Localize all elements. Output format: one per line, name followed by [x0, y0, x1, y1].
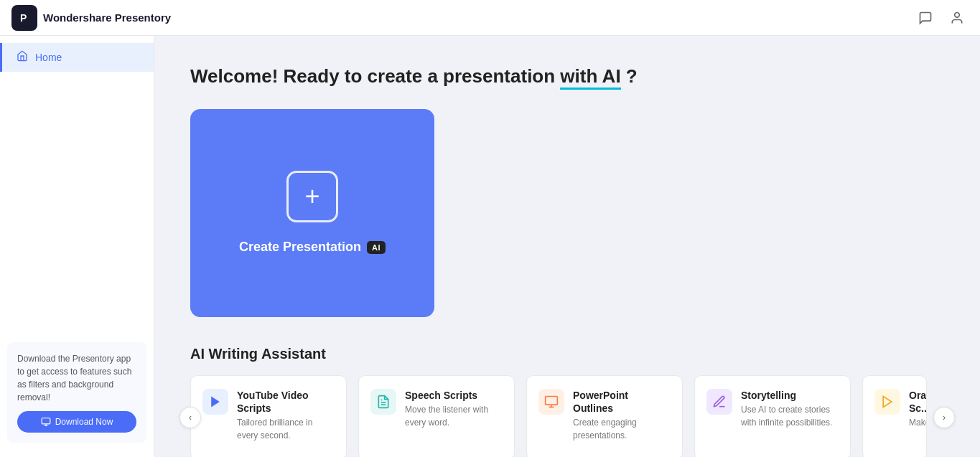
- card-oral-text: Oral Sc... Make...: [909, 389, 927, 429]
- card-speech-desc: Move the listener with every word.: [405, 403, 503, 429]
- create-presentation-card[interactable]: + Create Presentation AI: [190, 109, 434, 317]
- ai-writing-section: AI Writing Assistant ‹: [190, 346, 944, 457]
- title-highlight: with AI: [560, 65, 620, 90]
- svg-rect-9: [546, 396, 558, 405]
- card-storytelling-icon-wrap: [706, 389, 732, 415]
- download-button[interactable]: Download Now: [17, 411, 136, 433]
- svg-point-2: [955, 12, 960, 17]
- svg-rect-3: [42, 418, 50, 424]
- card-speech-icon-wrap: [370, 389, 396, 415]
- chat-button[interactable]: [914, 6, 937, 29]
- download-promo: Download the Presentory app to get acces…: [7, 342, 146, 443]
- sidebar-item-home-label: Home: [35, 52, 62, 63]
- card-powerpoint[interactable]: PowerPoint Outlines Create engaging pres…: [526, 375, 683, 457]
- download-promo-text: Download the Presentory app to get acces…: [17, 354, 131, 402]
- nav-arrow-left[interactable]: ‹: [179, 407, 201, 428]
- title-end: ?: [621, 65, 638, 87]
- create-label-text: Create Presentation: [239, 240, 361, 255]
- card-youtube-text: YouTube Video Scripts Tailored brillianc…: [237, 389, 335, 442]
- card-speech[interactable]: Speech Scripts Move the listener with ev…: [358, 375, 515, 457]
- card-youtube-desc: Tailored brilliance in every second.: [237, 416, 335, 442]
- create-label: Create Presentation AI: [239, 240, 386, 255]
- svg-text:P: P: [20, 12, 27, 24]
- section-title: AI Writing Assistant: [190, 346, 944, 362]
- app-name: Wondershare Presentory: [43, 11, 171, 24]
- card-oral-title: Oral Sc...: [909, 389, 927, 415]
- card-youtube-header: YouTube Video Scripts Tailored brillianc…: [202, 389, 335, 442]
- card-storytelling[interactable]: Storytelling Use AI to create stories wi…: [694, 375, 851, 457]
- svg-marker-6: [211, 396, 220, 407]
- card-powerpoint-icon-wrap: [538, 389, 564, 415]
- card-powerpoint-desc: Create engaging presentations.: [573, 416, 671, 442]
- card-oral-icon-wrap: [874, 389, 900, 415]
- card-youtube[interactable]: YouTube Video Scripts Tailored brillianc…: [190, 375, 347, 457]
- main-layout: Home Download the Presentory app to get …: [0, 36, 980, 457]
- card-powerpoint-text: PowerPoint Outlines Create engaging pres…: [573, 389, 671, 442]
- download-button-label: Download Now: [55, 417, 113, 427]
- right-chevron-icon: ›: [943, 413, 946, 423]
- card-oral-desc: Make...: [909, 416, 927, 429]
- create-plus-box: +: [286, 171, 338, 222]
- writing-cards-wrapper: YouTube Video Scripts Tailored brillianc…: [190, 375, 944, 457]
- sidebar: Home Download the Presentory app to get …: [0, 36, 154, 457]
- topbar: P Wondershare Presentory: [0, 0, 980, 36]
- card-oral[interactable]: Oral Sc... Make...: [862, 375, 927, 457]
- topbar-actions: [914, 6, 969, 29]
- writing-cards-inner: YouTube Video Scripts Tailored brillianc…: [190, 375, 944, 457]
- user-button[interactable]: [946, 6, 969, 29]
- card-speech-text: Speech Scripts Move the listener with ev…: [405, 389, 503, 429]
- cards-container: ‹: [190, 375, 944, 457]
- card-speech-header: Speech Scripts Move the listener with ev…: [370, 389, 503, 429]
- card-storytelling-text: Storytelling Use AI to create stories wi…: [741, 389, 839, 429]
- card-storytelling-header: Storytelling Use AI to create stories wi…: [706, 389, 839, 429]
- svg-marker-12: [883, 396, 892, 407]
- card-storytelling-desc: Use AI to create stories with infinite p…: [741, 403, 839, 429]
- title-part1: Welcome! Ready to create a presentation: [190, 65, 560, 87]
- page-title: Welcome! Ready to create a presentation …: [190, 65, 944, 89]
- card-youtube-icon-wrap: [202, 389, 228, 415]
- sidebar-item-home[interactable]: Home: [0, 43, 154, 72]
- plus-icon: +: [304, 184, 319, 209]
- left-chevron-icon: ‹: [189, 413, 192, 423]
- card-powerpoint-header: PowerPoint Outlines Create engaging pres…: [538, 389, 671, 442]
- card-speech-title: Speech Scripts: [405, 389, 503, 402]
- card-powerpoint-title: PowerPoint Outlines: [573, 389, 671, 415]
- card-storytelling-title: Storytelling: [741, 389, 839, 402]
- content-area: Welcome! Ready to create a presentation …: [154, 36, 980, 457]
- nav-arrow-right[interactable]: ›: [933, 407, 955, 428]
- card-oral-header: Oral Sc... Make...: [874, 389, 915, 429]
- home-icon: [17, 50, 28, 65]
- card-youtube-title: YouTube Video Scripts: [237, 389, 335, 415]
- logo-icon: P: [11, 5, 37, 31]
- ai-badge: AI: [367, 241, 386, 254]
- app-logo: P Wondershare Presentory: [11, 5, 171, 31]
